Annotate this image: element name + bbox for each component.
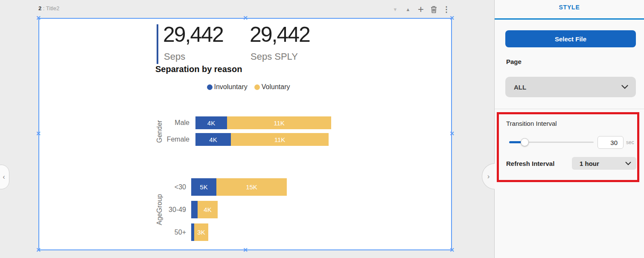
- resize-handle-bottom-center[interactable]: ✕: [243, 247, 248, 253]
- stacked-bar: 4K11K: [195, 116, 331, 129]
- bar-segment-voluntary[interactable]: 11K: [227, 116, 331, 129]
- bar-row: Female4K11K: [39, 133, 364, 146]
- refresh-interval-label: Refresh Interval: [506, 160, 554, 167]
- move-down-icon[interactable]: ▼: [391, 4, 399, 14]
- tab-underline: [495, 18, 644, 20]
- add-icon[interactable]: +: [417, 4, 425, 14]
- chevron-down-icon: [625, 162, 631, 165]
- kpi-value-seps-sply: 29,442: [250, 22, 310, 47]
- resize-handle-top-center[interactable]: ✕: [243, 15, 248, 21]
- section-divider: [495, 109, 644, 109]
- chart-legend: Involuntary Voluntary: [159, 83, 338, 91]
- resize-handle-bottom-right[interactable]: ✕: [449, 247, 455, 253]
- legend-dot-icon: [254, 84, 260, 90]
- resize-handle-top-right[interactable]: ✕: [449, 15, 455, 21]
- delete-icon[interactable]: [429, 4, 438, 14]
- category-label: Male: [39, 116, 195, 129]
- widget-name: Title2: [46, 5, 59, 12]
- page-dropdown[interactable]: ALL: [505, 77, 636, 97]
- chart-title: Separation by reason: [155, 64, 242, 74]
- legend-item-voluntary[interactable]: Voluntary: [254, 83, 290, 91]
- select-file-button[interactable]: Select File: [505, 30, 636, 47]
- bar-segment-voluntary[interactable]: 4K: [198, 201, 218, 218]
- category-label: 50+: [39, 223, 191, 241]
- right-panel-toggle[interactable]: ›: [482, 163, 495, 189]
- chevron-left-icon: ‹: [3, 173, 5, 181]
- legend-item-involuntary[interactable]: Involuntary: [207, 83, 248, 91]
- bar-segment-involuntary[interactable]: [191, 201, 198, 218]
- bar-row: 30-494K: [39, 201, 364, 218]
- category-label: <30: [39, 178, 191, 196]
- tab-style[interactable]: STYLE: [495, 4, 644, 11]
- slider-thumb[interactable]: [521, 138, 529, 146]
- gender-bar-chart: Male4K11KFemale4K11K: [39, 116, 364, 150]
- agegroup-bar-chart: <305K15K30-494K50+3K: [39, 178, 364, 246]
- chevron-down-icon: [621, 85, 628, 89]
- bar-row: 50+3K: [39, 223, 364, 241]
- kpi-value-seps: 29,442: [163, 22, 223, 47]
- widget-title: 2 : Title2: [38, 5, 59, 12]
- legend-dot-icon: [207, 84, 213, 90]
- resize-handle-top-left[interactable]: ✕: [36, 15, 41, 21]
- left-panel-toggle[interactable]: ‹: [0, 165, 9, 189]
- page-dropdown-value: ALL: [514, 84, 621, 91]
- widget-toolbar: ▼ ▲ + ⋮: [391, 3, 451, 15]
- refresh-interval-dropdown[interactable]: 1 hour: [572, 157, 636, 170]
- chart-widget[interactable]: 29,442 Seps 29,442 Seps SPLY Separation …: [38, 18, 452, 250]
- category-label: Female: [39, 133, 195, 146]
- page-label: Page: [506, 58, 522, 65]
- resize-handle-mid-right[interactable]: ✕: [449, 130, 455, 136]
- kpi-label-seps-sply: Seps SPLY: [251, 51, 298, 62]
- bar-segment-voluntary[interactable]: 11K: [231, 133, 329, 146]
- refresh-interval-value: 1 hour: [580, 160, 625, 167]
- bar-segment-involuntary[interactable]: 4K: [195, 116, 227, 129]
- resize-handle-mid-left[interactable]: ✕: [36, 130, 41, 136]
- bar-segment-voluntary[interactable]: 3K: [194, 223, 208, 241]
- transition-interval-input[interactable]: [597, 136, 624, 149]
- transition-interval-unit: sec: [626, 139, 634, 145]
- move-up-icon[interactable]: ▲: [404, 4, 412, 14]
- bar-row: Male4K11K: [39, 116, 364, 129]
- more-options-icon[interactable]: ⋮: [442, 4, 451, 14]
- stacked-bar: 3K: [191, 223, 208, 241]
- stacked-bar: 5K15K: [191, 178, 287, 196]
- bar-segment-voluntary[interactable]: 15K: [216, 178, 287, 196]
- style-panel: STYLE Select File Page ALL Transition In…: [494, 0, 644, 258]
- resize-handle-bottom-left[interactable]: ✕: [36, 247, 41, 253]
- stacked-bar: 4K11K: [195, 133, 329, 146]
- chevron-right-icon: ›: [487, 172, 490, 181]
- bar-segment-involuntary[interactable]: [191, 223, 194, 241]
- stacked-bar: 4K: [191, 201, 218, 218]
- bar-segment-involuntary[interactable]: 4K: [195, 133, 231, 146]
- bar-row: <305K15K: [39, 178, 364, 196]
- bar-segment-involuntary[interactable]: 5K: [191, 178, 216, 196]
- kpi-accent-bar: [157, 24, 158, 64]
- kpi-label-seps: Seps: [164, 51, 185, 62]
- transition-interval-label: Transition Interval: [506, 120, 557, 127]
- category-label: 30-49: [39, 201, 191, 218]
